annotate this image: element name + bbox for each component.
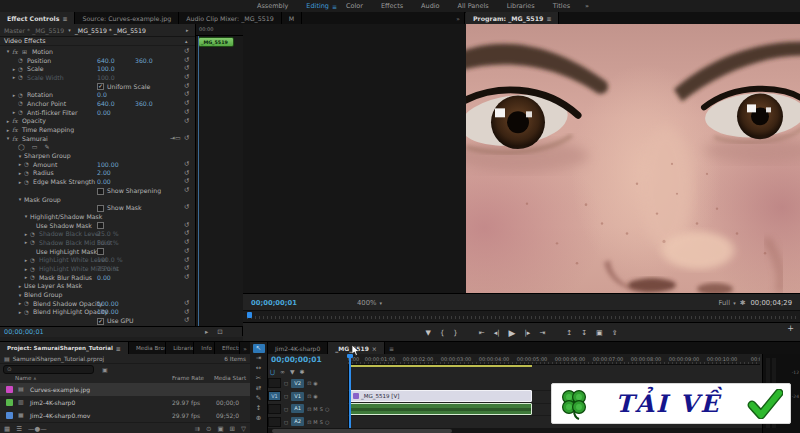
- add-marker-icon[interactable]: ▼: [290, 368, 295, 375]
- ripple-edit-tool[interactable]: ↔: [253, 364, 265, 373]
- effect-row-position[interactable]: ◔Position640.0360.0↺: [0, 56, 195, 65]
- step-forward-button[interactable]: |▸: [525, 329, 531, 337]
- workspace-tab-audio[interactable]: Audio: [412, 2, 448, 10]
- clip-name[interactable]: Jim2-4K-sharp0.mov: [30, 412, 90, 419]
- reset-parameter-icon[interactable]: ↺: [184, 108, 189, 116]
- checkbox-use-highlight-mask[interactable]: [97, 248, 104, 255]
- workspace-tab-libraries[interactable]: Libraries: [498, 2, 544, 10]
- twirl-open-icon[interactable]: ▾: [16, 292, 24, 298]
- settings-wrench-icon[interactable]: ✱: [740, 299, 746, 307]
- reset-parameter-icon[interactable]: ↺: [184, 82, 189, 90]
- effect-row-shadow-black-mid-point[interactable]: ▸◔Shadow Black Mid Point50.0 %↺: [0, 238, 195, 247]
- folder-filter-icon[interactable]: ▣: [102, 366, 108, 373]
- go-to-out-button[interactable]: ⇥: [539, 329, 545, 337]
- twirl-closed-icon[interactable]: ▸: [4, 118, 12, 124]
- param-value[interactable]: 640.0: [97, 57, 115, 64]
- find-button[interactable]: ⊙: [206, 425, 211, 433]
- program-video-viewport[interactable]: [466, 24, 800, 293]
- twirl-open-icon[interactable]: ▾: [16, 196, 24, 202]
- param-value[interactable]: 0.00: [97, 109, 111, 116]
- slip-tool[interactable]: ⇄: [253, 384, 265, 393]
- checkbox-use-shadow-mask[interactable]: [97, 222, 104, 229]
- tab-libraries[interactable]: Libraries: [166, 342, 194, 354]
- reset-parameter-icon[interactable]: ↺: [184, 203, 189, 211]
- timeline-timecode[interactable]: 00;00;00;01: [271, 355, 322, 364]
- effect-row-use-highlight-mask[interactable]: Use HighLight Mask↺: [0, 247, 195, 256]
- timeline-ruler[interactable]: 00:0000:00:01:0000:00:02:0000:00:03:0000…: [348, 354, 760, 365]
- track-header-a1[interactable]: ·◻A1⊡MS○: [268, 403, 348, 416]
- twirl-closed-icon[interactable]: ▸: [16, 161, 24, 167]
- twirl-open-icon[interactable]: ▾: [4, 48, 12, 54]
- workspace-tab-titles[interactable]: Titles: [544, 2, 579, 10]
- column-media-start[interactable]: Media Start: [214, 375, 246, 381]
- create-mask-icon[interactable]: ⇥▭: [170, 134, 181, 141]
- reset-parameter-icon[interactable]: ↺: [184, 247, 189, 255]
- ellipse-mask-icon[interactable]: ◯: [18, 143, 25, 150]
- project-row-0[interactable]: ▤Curves-example.jpg: [0, 383, 250, 396]
- reset-parameter-icon[interactable]: ↺: [184, 99, 189, 107]
- effect-row-motion[interactable]: ▾fx⊞Motion↺: [0, 47, 195, 56]
- stopwatch-icon[interactable]: ◔: [18, 109, 27, 115]
- param-value[interactable]: 0.00: [97, 274, 111, 281]
- source-patch-v1[interactable]: V1: [268, 391, 281, 401]
- timeline-playhead[interactable]: [349, 354, 351, 428]
- twirl-open-icon[interactable]: ▾: [22, 213, 30, 219]
- sequence-clip-tab[interactable]: _MG_5519 * _MG_5519: [75, 27, 146, 34]
- stopwatch-icon[interactable]: ◔: [18, 66, 27, 72]
- effect-row-blend-group[interactable]: ▾Blend Group: [0, 290, 195, 299]
- effect-row-shadow-black-level[interactable]: ▸◔Shadow Black Level25.0 %↺: [0, 229, 195, 238]
- mute-button[interactable]: M: [313, 406, 317, 412]
- timeline-panel-menu-icon[interactable]: ≡: [385, 345, 398, 352]
- track-output-eye-icon[interactable]: ◉: [313, 393, 317, 399]
- search-input[interactable]: ⊙: [3, 365, 94, 374]
- timeline-settings-icon[interactable]: ✱: [300, 368, 305, 375]
- project-row-1[interactable]: ▥Jim2-4K-sharp029.97 fps00;00;0: [0, 396, 250, 409]
- reset-parameter-icon[interactable]: ↺: [184, 273, 189, 281]
- twirl-closed-icon[interactable]: ▸: [22, 231, 30, 237]
- reset-parameter-icon[interactable]: ↺: [184, 56, 189, 64]
- reset-parameter-icon[interactable]: ↺: [184, 308, 189, 316]
- stopwatch-icon[interactable]: ◔: [24, 179, 33, 185]
- effect-row-highlight-shadow-mask[interactable]: ▾Highlight/Shadow Mask: [0, 212, 195, 221]
- twirl-closed-icon[interactable]: ▸: [10, 74, 18, 80]
- mute-button[interactable]: M: [313, 419, 317, 425]
- source-patch-a2[interactable]: ·: [268, 417, 281, 427]
- label-color-chip[interactable]: [6, 386, 13, 393]
- mini-timeline-clip[interactable]: _MG_5519: [198, 37, 234, 47]
- param-value[interactable]: 100.00: [97, 161, 119, 168]
- twirl-closed-icon[interactable]: ▸: [16, 309, 24, 315]
- track-select-a2[interactable]: A2: [291, 417, 304, 426]
- reset-parameter-icon[interactable]: ↺: [184, 64, 189, 72]
- source-patch-v2[interactable]: ·: [268, 378, 281, 388]
- reset-parameter-icon[interactable]: ↺: [184, 73, 189, 81]
- param-value[interactable]: 0.0: [97, 91, 107, 98]
- snap-icon[interactable]: ⋃: [270, 368, 275, 375]
- rect-mask-icon[interactable]: ▭: [32, 143, 38, 150]
- sync-lock-icon[interactable]: ⊡: [307, 380, 311, 386]
- effect-row-scale[interactable]: ▸◔Scale100.0↺: [0, 64, 195, 73]
- reset-parameter-icon[interactable]: ↺: [184, 169, 189, 177]
- stopwatch-icon[interactable]: ◔: [18, 57, 27, 63]
- tab-info[interactable]: Info: [194, 342, 215, 354]
- add-marker-button[interactable]: ▼: [426, 329, 431, 337]
- reset-parameter-icon[interactable]: ↺: [184, 221, 189, 229]
- pen-mask-icon[interactable]: ✎: [44, 143, 49, 150]
- voiceover-mic-icon[interactable]: ○: [325, 406, 329, 412]
- reset-parameter-icon[interactable]: ↺: [184, 264, 189, 272]
- hand-tool[interactable]: ↕: [253, 404, 265, 413]
- param-value[interactable]: 640.0: [97, 100, 115, 107]
- stopwatch-icon[interactable]: ◔: [18, 74, 27, 80]
- param-value[interactable]: 0.00: [97, 178, 111, 185]
- reset-parameter-icon[interactable]: ↺: [184, 229, 189, 237]
- param-value[interactable]: 50.0 %: [97, 239, 119, 246]
- program-timecode[interactable]: 00;00;00;01: [243, 299, 297, 307]
- export-icon[interactable]: ⊡: [217, 328, 222, 336]
- track-lock-icon[interactable]: ◻: [284, 393, 288, 399]
- tab-media-browser[interactable]: Media Browser: [129, 342, 166, 354]
- param-value[interactable]: 100.0: [97, 74, 115, 81]
- param-value[interactable]: 2.00: [97, 169, 111, 176]
- stopwatch-icon[interactable]: ◔: [24, 309, 33, 315]
- twirl-closed-icon[interactable]: ▸: [22, 266, 30, 272]
- effect-row-blend-highlight-opacity[interactable]: ▸◔Blend HighLight Opacity100.00↺: [0, 308, 195, 317]
- solo-button[interactable]: S: [320, 406, 323, 412]
